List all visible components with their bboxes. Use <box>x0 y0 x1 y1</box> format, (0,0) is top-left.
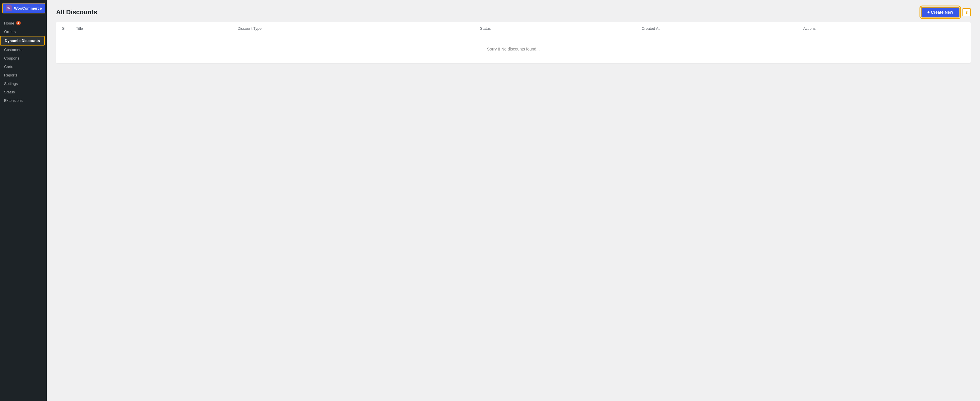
sidebar-item-home[interactable]: Home 4 <box>0 19 25 27</box>
home-badge: 4 <box>16 21 21 25</box>
sidebar-item-coupons[interactable]: Coupons <box>0 54 47 62</box>
home-label: Home <box>4 21 14 25</box>
sidebar-nav: Home 4 Orders Dynamic Discounts 2 Custom… <box>0 16 47 401</box>
sidebar-item-dynamic-discounts[interactable]: Dynamic Discounts <box>0 36 45 46</box>
reports-label: Reports <box>4 73 18 77</box>
extensions-label: Extensions <box>4 98 23 103</box>
coupons-label: Coupons <box>4 56 19 60</box>
annotation-3-badge: 3 <box>963 8 970 16</box>
dynamic-discounts-label: Dynamic Discounts <box>5 38 40 43</box>
sidebar-top: W WooCommerce 1 <box>0 0 47 16</box>
col-status: Status <box>480 26 642 31</box>
woocommerce-brand[interactable]: W WooCommerce <box>2 3 45 13</box>
status-label: Status <box>4 90 15 94</box>
main-content: All Discounts + Create New 3 Sl Title Di… <box>47 0 980 401</box>
create-new-button[interactable]: + Create New <box>921 7 959 17</box>
col-created-at: Created At <box>642 26 803 31</box>
brand-label: WooCommerce <box>14 6 42 11</box>
sidebar-item-status[interactable]: Status <box>0 88 47 96</box>
col-title: Title <box>76 26 237 31</box>
settings-label: Settings <box>4 81 18 86</box>
header-right: + Create New 3 <box>921 7 970 17</box>
sidebar-item-reports[interactable]: Reports <box>0 71 47 79</box>
col-discount-type: Discount Type <box>237 26 480 31</box>
customers-label: Customers <box>4 48 22 52</box>
discounts-table: Sl Title Discount Type Status Created At… <box>56 22 970 63</box>
sidebar-item-customers[interactable]: Customers <box>0 46 47 54</box>
table-empty-state: Sorry !! No discounts found... <box>56 35 970 63</box>
sidebar: W WooCommerce 1 Home 4 Orders Dynamic Di… <box>0 0 47 401</box>
empty-message: Sorry !! No discounts found... <box>487 47 540 51</box>
carts-label: Carts <box>4 65 13 69</box>
orders-label: Orders <box>4 30 16 34</box>
page-title: All Discounts <box>56 8 97 16</box>
sidebar-item-extensions[interactable]: Extensions <box>0 96 47 105</box>
woo-icon: W <box>6 5 12 11</box>
col-actions: Actions <box>803 26 965 31</box>
sidebar-item-orders[interactable]: Orders <box>0 27 47 36</box>
page-header: All Discounts + Create New 3 <box>47 0 980 22</box>
col-sl: Sl <box>62 26 76 31</box>
sidebar-item-settings[interactable]: Settings <box>0 79 47 88</box>
table-header: Sl Title Discount Type Status Created At… <box>56 22 970 35</box>
sidebar-item-carts[interactable]: Carts <box>0 62 47 71</box>
